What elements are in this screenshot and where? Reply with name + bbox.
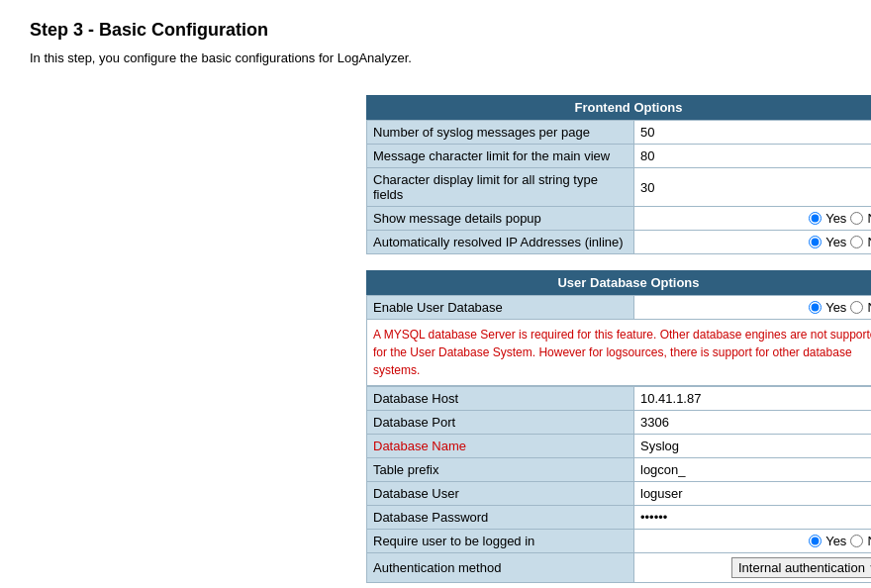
user-db-fields-table: Database Host Database Port Database Nam… <box>366 386 871 583</box>
user-db-options-header: User Database Options <box>366 270 871 295</box>
db-host-input[interactable] <box>640 391 871 406</box>
auth-method-select[interactable]: Internal authentication LDAP <box>731 557 871 578</box>
db-warning-text: A MYSQL database Server is required for … <box>366 320 871 386</box>
field-label-enable-user-db: Enable User Database <box>367 296 634 320</box>
resolve-ip-yes-radio[interactable] <box>809 236 822 248</box>
table-prefix-input[interactable] <box>640 462 871 477</box>
field-label-show-popup: Show message details popup <box>367 207 634 231</box>
show-popup-yes-label: Yes <box>825 211 846 226</box>
syslog-per-page-input[interactable] <box>640 125 871 140</box>
resolve-ip-no-label: No <box>867 235 871 249</box>
show-popup-no-label: No <box>867 211 871 226</box>
section-gap <box>366 254 871 270</box>
user-db-options-table: Enable User Database Yes No <box>366 295 871 320</box>
db-name-input[interactable] <box>640 439 871 453</box>
table-row: Database Host <box>367 387 872 411</box>
table-row: Table prefix <box>367 458 872 482</box>
field-label-display-limit: Character display limit for all string t… <box>367 168 634 207</box>
table-row: Number of syslog messages per page <box>367 121 872 145</box>
table-row: Enable User Database Yes No <box>367 296 872 320</box>
table-row: Automatically resolved IP Addresses (inl… <box>367 231 872 254</box>
field-label-syslog-per-page: Number of syslog messages per page <box>367 121 634 145</box>
require-login-no-label: No <box>867 534 871 548</box>
resolve-ip-no-radio[interactable] <box>850 236 863 248</box>
frontend-options-section: Frontend Options Number of syslog messag… <box>366 95 871 254</box>
field-label-db-user: Database User <box>367 482 634 506</box>
page-title: Step 3 - Basic Configuration <box>30 20 841 41</box>
enable-user-db-yes-radio[interactable] <box>809 301 822 314</box>
table-row: Show message details popup Yes No <box>367 207 872 231</box>
resolve-ip-yes-label: Yes <box>825 235 846 249</box>
show-popup-yes-radio[interactable] <box>809 212 822 225</box>
display-limit-input[interactable] <box>640 180 871 195</box>
table-row: Database Password <box>367 506 872 530</box>
frontend-options-header: Frontend Options <box>366 95 871 120</box>
table-row: Database Port <box>367 411 872 435</box>
enable-user-db-yes-label: Yes <box>825 300 846 315</box>
show-popup-no-radio[interactable] <box>850 212 863 225</box>
require-login-yes-label: Yes <box>825 534 846 548</box>
table-row: Message character limit for the main vie… <box>367 145 872 168</box>
require-login-yes-radio[interactable] <box>809 535 822 547</box>
require-login-no-radio[interactable] <box>850 535 863 547</box>
field-label-db-password: Database Password <box>367 506 634 530</box>
table-row: Character display limit for all string t… <box>367 168 872 207</box>
field-label-char-limit: Message character limit for the main vie… <box>367 145 634 168</box>
enable-user-db-no-radio[interactable] <box>850 301 863 314</box>
db-port-input[interactable] <box>640 415 871 430</box>
config-container: Frontend Options Number of syslog messag… <box>366 95 871 583</box>
frontend-options-table: Number of syslog messages per page Messa… <box>366 120 871 254</box>
enable-user-db-no-label: No <box>867 300 871 315</box>
field-label-db-port: Database Port <box>367 411 634 435</box>
table-row: Require user to be logged in Yes No <box>367 530 872 553</box>
page-intro: In this step, you configure the basic co… <box>30 50 841 65</box>
table-row: Authentication method Internal authentic… <box>367 553 872 583</box>
field-label-db-name: Database Name <box>367 435 634 458</box>
db-user-input[interactable] <box>640 486 871 501</box>
field-label-require-login: Require user to be logged in <box>367 530 634 553</box>
db-password-input[interactable] <box>640 510 871 525</box>
field-label-db-host: Database Host <box>367 387 634 411</box>
table-row: Database User <box>367 482 872 506</box>
table-row: Database Name <box>367 435 872 458</box>
user-db-options-section: User Database Options Enable User Databa… <box>366 270 871 583</box>
field-label-resolve-ip: Automatically resolved IP Addresses (inl… <box>367 231 634 254</box>
field-label-auth-method: Authentication method <box>367 553 634 583</box>
char-limit-input[interactable] <box>640 148 871 163</box>
field-label-table-prefix: Table prefix <box>367 458 634 482</box>
